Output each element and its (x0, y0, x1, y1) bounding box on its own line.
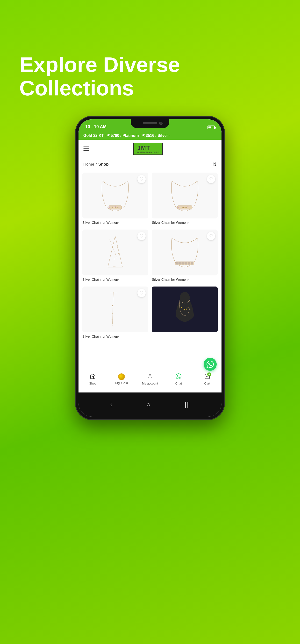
bottom-nav: Shop Digi Gold (79, 371, 221, 392)
product-title: Silver Chain for Women- (82, 332, 148, 340)
product-image: ♡ LOVE (82, 172, 148, 218)
nav-item-shop[interactable]: Shop (79, 374, 107, 385)
svg-rect-27 (176, 262, 178, 264)
product-card[interactable]: ♡ ♢ (80, 284, 150, 342)
battery-indicator (207, 126, 215, 130)
hamburger-line (83, 148, 89, 149)
product-image (152, 286, 218, 332)
svg-text:♢: ♢ (111, 324, 114, 326)
svg-point-42 (184, 309, 185, 310)
breadcrumb-nav: Home / Shop (83, 162, 109, 167)
breadcrumb-home[interactable]: Home (83, 162, 94, 167)
product-illustration: ♢ (89, 291, 142, 328)
wishlist-button[interactable]: ♡ (137, 232, 146, 240)
svg-point-7 (117, 206, 117, 207)
hamburger-menu[interactable] (83, 146, 89, 151)
product-title (152, 332, 218, 335)
battery-fill (208, 126, 211, 128)
notch (131, 119, 169, 128)
svg-point-2 (109, 207, 110, 208)
svg-point-13 (179, 207, 180, 207)
product-card[interactable] (150, 284, 220, 342)
svg-point-3 (111, 207, 111, 207)
app-logo[interactable]: JMT LAUTELA TONKA NIUDE (133, 143, 163, 155)
product-title: Silver Chain for Women- (82, 276, 148, 283)
svg-point-17 (187, 206, 188, 207)
product-card[interactable]: ♡ (150, 228, 220, 284)
svg-rect-28 (179, 262, 181, 264)
cart-badge-container: 0 (204, 374, 210, 381)
product-card[interactable]: ♡ LOVE (80, 171, 150, 228)
back-button[interactable]: ‹ (110, 401, 112, 408)
wishlist-button[interactable]: ♡ (207, 232, 215, 240)
app-header: JMT LAUTELA TONKA NIUDE (79, 140, 221, 158)
svg-rect-31 (188, 262, 190, 264)
svg-point-45 (149, 374, 151, 376)
svg-point-40 (181, 307, 182, 308)
nav-item-my-account[interactable]: My account (136, 374, 164, 385)
price-ticker: Gold 22 KT - ₹ 5780 / Platinum - ₹ 3516 … (79, 131, 221, 140)
breadcrumb: Home / Shop ⇅ (79, 158, 221, 171)
status-time: 10 : 10 AM (85, 124, 107, 130)
svg-rect-32 (191, 262, 193, 264)
logo-subtitle: LAUTELA TONKA NIUDE (137, 151, 159, 153)
ticker-text: Gold 22 KT - ₹ 5780 / Platinum - ₹ 3516 … (83, 133, 217, 138)
breadcrumb-current: Shop (98, 162, 109, 167)
svg-point-15 (190, 207, 191, 207)
svg-point-8 (118, 206, 119, 207)
heart-icon: ♡ (140, 290, 143, 296)
home-button[interactable]: ○ (146, 401, 150, 408)
camera-icon (159, 122, 163, 125)
svg-point-14 (181, 206, 182, 207)
recents-button[interactable]: ||| (185, 401, 190, 408)
product-grid: ♡ LOVE (79, 171, 221, 342)
gold-coin (118, 374, 125, 380)
product-card[interactable]: ♡ MOM (150, 171, 220, 228)
hero-title: Explore Diverse Collections (19, 53, 188, 100)
svg-text:✦: ✦ (113, 258, 115, 260)
chat-icon (176, 374, 181, 381)
product-illustration: MOM (158, 177, 211, 214)
nav-label-chat: Chat (175, 382, 182, 385)
svg-line-33 (113, 292, 114, 324)
product-title: Silver Chain for Women- (152, 218, 218, 226)
whatsapp-fab[interactable] (204, 358, 217, 371)
sort-icon[interactable]: ⇅ (213, 162, 217, 167)
battery-icon (207, 126, 215, 130)
wishlist-button[interactable]: ♡ (137, 175, 146, 183)
svg-point-16 (188, 206, 189, 207)
svg-point-9 (120, 207, 120, 208)
nav-item-chat[interactable]: Chat (164, 374, 193, 385)
wishlist-button[interactable]: ♡ (207, 175, 215, 183)
svg-line-19 (115, 236, 122, 267)
nav-item-cart[interactable]: 0 Cart (193, 374, 221, 385)
svg-rect-30 (185, 262, 187, 264)
svg-point-6 (115, 206, 116, 207)
logo-main: JMT (137, 144, 159, 151)
nav-item-digi-gold[interactable]: Digi Gold (107, 374, 136, 385)
product-title: Silver Chain for Women- (82, 218, 148, 226)
svg-point-12 (178, 207, 179, 208)
product-illustration: LOVE (89, 177, 142, 214)
breadcrumb-separator: / (96, 162, 97, 167)
wishlist-button[interactable]: ♡ (137, 289, 146, 297)
nav-label-digi-gold: Digi Gold (115, 381, 128, 385)
svg-line-18 (108, 236, 115, 267)
product-scroll-area[interactable]: ♡ LOVE (79, 171, 221, 392)
svg-point-41 (183, 309, 184, 310)
gold-icon (118, 374, 125, 380)
svg-point-43 (186, 309, 187, 310)
phone-shell: 10 : 10 AM Gold 22 KT - ₹ 5780 / Platinu… (75, 116, 225, 420)
product-image: ♡ MOM (152, 172, 218, 218)
product-card[interactable]: ♡ ✦ ✦ ✦ (80, 228, 150, 284)
heart-icon: ♡ (209, 176, 213, 182)
heart-icon: ♡ (140, 176, 143, 182)
svg-text:✦: ✦ (116, 246, 118, 249)
svg-point-44 (188, 307, 189, 308)
svg-text:MOM: MOM (182, 206, 187, 209)
screen-content: 10 : 10 AM Gold 22 KT - ₹ 5780 / Platinu… (79, 119, 221, 392)
heart-icon: ♡ (209, 234, 213, 239)
heart-icon: ♡ (140, 234, 143, 239)
nav-label-cart: Cart (204, 382, 210, 385)
phone-screen: 10 : 10 AM Gold 22 KT - ₹ 5780 / Platinu… (79, 119, 221, 416)
